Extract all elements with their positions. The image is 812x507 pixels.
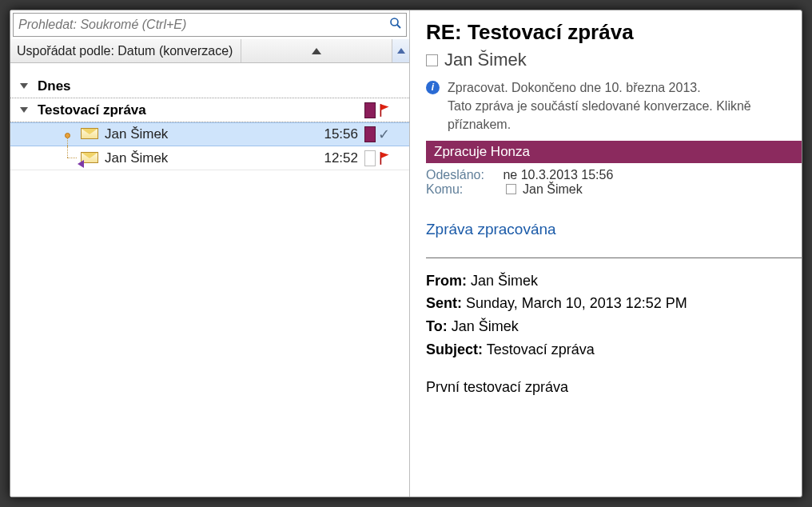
search-icon[interactable] [385, 17, 406, 34]
sort-direction-toggle[interactable] [241, 48, 392, 54]
conversation-subject: Testovací zpráva [38, 102, 364, 118]
original-separator [426, 257, 802, 258]
conversation-flags [364, 102, 409, 118]
svg-point-0 [391, 18, 398, 26]
message-header-table: Odesláno: ne 10.3.2013 15:56 Komu: Jan Š… [426, 163, 802, 198]
reading-from: Jan Šimek [426, 50, 802, 70]
date-group-header[interactable]: Dnes [10, 74, 409, 98]
flag-icon[interactable] [378, 151, 392, 166]
message-body: Zpráva zpracována From: Jan Šimek Sent: … [426, 198, 802, 396]
thread-guide [60, 123, 81, 146]
svg-line-1 [397, 25, 400, 28]
original-body: První testovací zpráva [426, 379, 802, 396]
message-sender: Jan Šimek [105, 126, 310, 142]
chevron-down-icon [20, 107, 28, 113]
to-label: Komu: [426, 182, 500, 197]
original-header: From: Jan Šimek Sent: Sunday, March 10, … [426, 269, 802, 361]
sent-label: Odesláno: [426, 168, 500, 182]
message-flags: ✓ [364, 126, 409, 143]
sort-by-label: Uspořádat podle: Datum (konverzace) [17, 44, 233, 58]
to-value: Jan Šimek [523, 182, 583, 197]
mail-open-icon [81, 128, 98, 141]
category-bar-label: Zpracuje Honza [434, 144, 530, 159]
mail-replied-icon [81, 152, 98, 165]
body-text-link[interactable]: Zpráva zpracována [426, 221, 802, 238]
message-flags [364, 150, 409, 166]
category-box-icon[interactable] [364, 126, 376, 142]
svg-marker-3 [397, 48, 405, 54]
presence-icon [426, 54, 438, 66]
scroll-up-button[interactable] [392, 39, 409, 62]
message-list: Dnes Testovací zpráva [10, 63, 409, 497]
presence-icon [506, 184, 516, 194]
date-group-label: Dnes [38, 78, 71, 94]
message-list-pane: Uspořádat podle: Datum (konverzace) Dnes… [10, 10, 410, 497]
sent-value: ne 10.3.2013 15:56 [503, 168, 613, 182]
flag-icon[interactable] [378, 103, 392, 118]
chevron-down-icon [20, 83, 28, 89]
complete-check-icon[interactable]: ✓ [378, 126, 390, 143]
search-input[interactable] [14, 16, 385, 34]
search-box[interactable] [13, 13, 407, 37]
message-time: 12:52 [310, 150, 364, 166]
followup-infobar: i Zpracovat. Dokončeno dne 10. března 20… [426, 78, 802, 134]
app-window: Uspořádat podle: Datum (konverzace) Dnes… [10, 10, 802, 497]
message-time: 15:56 [310, 126, 364, 142]
category-empty-icon[interactable] [364, 150, 376, 166]
reading-from-name: Jan Šimek [444, 50, 527, 70]
svg-marker-2 [312, 48, 321, 54]
message-row[interactable]: Jan Šimek 15:56 ✓ [10, 122, 409, 146]
message-sender: Jan Šimek [105, 150, 310, 166]
message-row[interactable]: Jan Šimek 12:52 [10, 146, 409, 170]
sort-header: Uspořádat podle: Datum (konverzace) [10, 39, 409, 63]
category-box-icon[interactable] [364, 102, 376, 118]
category-bar[interactable]: Zpracuje Honza [426, 141, 802, 163]
followup-text: Zpracovat. Dokončeno dne 10. března 2013… [448, 78, 751, 134]
reading-pane: RE: Testovací zpráva Jan Šimek i Zpracov… [410, 10, 802, 497]
info-icon: i [426, 81, 440, 94]
sort-by-button[interactable]: Uspořádat podle: Datum (konverzace) [10, 39, 241, 62]
reading-subject: RE: Testovací zpráva [426, 20, 802, 45]
conversation-header[interactable]: Testovací zpráva [10, 98, 409, 122]
